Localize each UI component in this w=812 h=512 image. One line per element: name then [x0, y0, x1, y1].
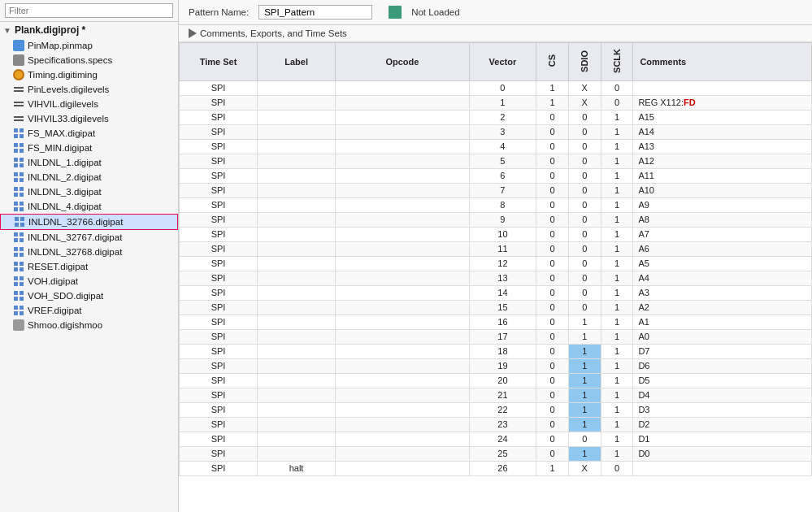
table-cell: SPI [180, 227, 258, 241]
table-row[interactable]: SPI17011A0 [180, 329, 812, 344]
table-row[interactable]: SPI16011A1 [180, 315, 812, 329]
table-cell: SPI [180, 344, 258, 358]
svg-rect-29 [20, 207, 24, 211]
table-row[interactable]: SPI11X0REG X112:FD [180, 95, 812, 110]
table-cell [336, 285, 470, 300]
table-cell [336, 446, 470, 461]
table-cell: 22 [469, 402, 536, 417]
col-opcode: Opcode [336, 43, 470, 81]
sidebar-item-timing[interactable]: Timing.digitiming [0, 67, 178, 82]
table-cell: SPI [180, 124, 258, 139]
table-cell: SPI [180, 80, 258, 95]
table-cell: X [568, 80, 601, 95]
table-cell: 0 [568, 285, 601, 300]
table-row[interactable]: SPI25011D0 [180, 446, 812, 461]
svg-rect-54 [14, 306, 18, 310]
table-cell: 0 [536, 227, 569, 241]
sidebar-item-inldnl2[interactable]: INLDNL_2.digipat [0, 170, 178, 184]
svg-rect-36 [14, 238, 18, 242]
table-row[interactable]: SPI24001D1 [180, 432, 812, 446]
table-row[interactable]: SPI12001A5 [180, 256, 812, 271]
sidebar-filter-bar[interactable] [0, 0, 178, 22]
table-row[interactable]: SPI6001A11 [180, 168, 812, 183]
table-cell [258, 124, 336, 139]
table-row[interactable]: SPI13001A4 [180, 271, 812, 285]
table-row[interactable]: SPI3001A14 [180, 124, 812, 139]
table-cell: 0 [536, 183, 569, 197]
table-row[interactable]: SPI11001A6 [180, 241, 812, 256]
table-cell [336, 329, 470, 344]
table-cell: SPI [180, 300, 258, 315]
sidebar-item-voh[interactable]: VOH.digipat [0, 274, 178, 289]
grid-icon [13, 290, 24, 302]
table-row[interactable]: SPI18011D7 [180, 344, 812, 358]
table-cell: 1 [601, 197, 633, 212]
sidebar-item-vihvil[interactable]: VIHVIL.digilevels [0, 97, 178, 111]
table-row[interactable]: SPI10001A7 [180, 227, 812, 241]
svg-rect-34 [14, 232, 18, 236]
table-cell: 21 [469, 388, 536, 402]
table-cell: A5 [633, 256, 812, 271]
table-row[interactable]: SPIhalt261X0 [180, 461, 812, 475]
table-cell: 2 [469, 110, 536, 124]
col-cs: CS [536, 43, 569, 81]
table-row[interactable]: SPI23011D2 [180, 417, 812, 432]
table-row[interactable]: SPI22011D3 [180, 402, 812, 417]
table-row[interactable]: SPI5001A12 [180, 154, 812, 168]
table-cell [336, 417, 470, 432]
table-cell: SPI [180, 417, 258, 432]
svg-rect-20 [14, 178, 18, 182]
table-cell: 20 [469, 373, 536, 388]
sidebar-item-specs[interactable]: Specifications.specs [0, 53, 178, 67]
col-vector: Vector [469, 43, 536, 81]
sidebar-item-inldnl3[interactable]: INLDNL_3.digipat [0, 184, 178, 199]
table-cell [633, 461, 812, 475]
table-cell: 1 [601, 285, 633, 300]
table-cell: 1 [568, 329, 601, 344]
table-row[interactable]: SPI4001A13 [180, 139, 812, 154]
table-row[interactable]: SPI01X0 [180, 80, 812, 95]
sidebar-item-vohsdo[interactable]: VOH_SDO.digipat [0, 289, 178, 303]
sidebar-item-pinmap[interactable]: PinMap.pinmap [0, 38, 178, 53]
sidebar-item-inldnl32767[interactable]: INLDNL_32767.digipat [0, 230, 178, 245]
pattern-name-input[interactable] [258, 5, 372, 20]
sidebar-item-vihvil33[interactable]: VIHVIL33.digilevels [0, 111, 178, 126]
sidebar-item-fsmin[interactable]: FS_MIN.digipat [0, 141, 178, 155]
sidebar-item-inldnl32766[interactable]: INLDNL_32766.digipat [0, 214, 178, 230]
table-cell: 1 [601, 241, 633, 256]
sidebar-item-inldnl4[interactable]: INLDNL_4.digipat [0, 199, 178, 214]
sidebar-root[interactable]: ▼ Plank.digiproj * [0, 22, 178, 38]
sidebar-item-fsmax[interactable]: FS_MAX.digipat [0, 126, 178, 141]
digilevels-icon [13, 98, 24, 110]
sidebar-item-pinlevels[interactable]: PinLevels.digilevels [0, 82, 178, 97]
table-row[interactable]: SPI20011D5 [180, 373, 812, 388]
table-cell [336, 344, 470, 358]
sidebar-item-vref[interactable]: VREF.digipat [0, 303, 178, 318]
sidebar-item-inldnl32768[interactable]: INLDNL_32768.digipat [0, 245, 178, 259]
table-row[interactable]: SPI2001A15 [180, 110, 812, 124]
sidebar-item-inldnl1[interactable]: INLDNL_1.digipat [0, 155, 178, 170]
table-cell [258, 154, 336, 168]
table-row[interactable]: SPI7001A10 [180, 183, 812, 197]
table-row[interactable]: SPI19011D6 [180, 358, 812, 373]
sidebar-item-reset[interactable]: RESET.digipat [0, 259, 178, 274]
sidebar-item-shmoo[interactable]: Shmoo.digishmoo [0, 318, 178, 332]
table-cell: 0 [536, 446, 569, 461]
grid-icon [14, 216, 25, 228]
shmoo-icon [13, 319, 24, 331]
table-cell: 3 [469, 124, 536, 139]
table-row[interactable]: SPI15001A2 [180, 300, 812, 315]
filter-input[interactable] [5, 3, 173, 18]
timing-icon [13, 69, 24, 80]
comments-expand-button[interactable]: Comments, Exports, and Time Sets [189, 28, 347, 38]
table-cell: 1 [536, 80, 569, 95]
table-row[interactable]: SPI9001A8 [180, 212, 812, 227]
table-cell: 14 [469, 285, 536, 300]
table-row[interactable]: SPI14001A3 [180, 285, 812, 300]
table-row[interactable]: SPI8001A9 [180, 197, 812, 212]
table-cell: SPI [180, 241, 258, 256]
table-row[interactable]: SPI21011D4 [180, 388, 812, 402]
table-cell: 1 [601, 168, 633, 183]
table-cell [258, 373, 336, 388]
table-cell [336, 388, 470, 402]
